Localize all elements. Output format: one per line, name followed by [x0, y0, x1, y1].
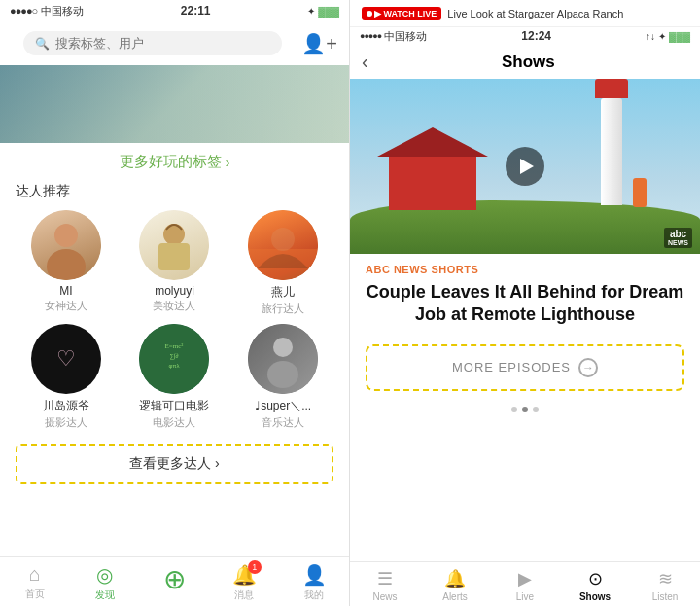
search-bar[interactable]: 🔍 — [23, 31, 282, 55]
svg-point-1 — [47, 249, 86, 280]
shows-title: Shows — [368, 53, 688, 72]
show-title: Couple Leaves It All Behind for Dream Jo… — [366, 281, 684, 327]
news-icon: ☰ — [377, 568, 393, 589]
svg-text:E=mc²: E=mc² — [165, 342, 184, 350]
nav-news[interactable]: ☰ News — [350, 562, 420, 606]
section-label: 达人推荐 — [0, 179, 349, 206]
avatar-kawashima: ♡ — [31, 324, 101, 394]
svg-point-3 — [163, 224, 185, 245]
scroll-dot-3 — [533, 407, 539, 412]
person-element — [633, 178, 647, 207]
live-text: Live Look at Stargazer Alpaca Ranch — [447, 8, 623, 19]
nav-home[interactable]: ⌂ 首页 — [0, 557, 70, 606]
svg-rect-4 — [158, 243, 190, 270]
avatar-name-kawashima: 川岛源爷 — [43, 398, 89, 414]
more-episodes-label: MORE EPISODES — [452, 360, 571, 374]
search-input[interactable] — [55, 36, 270, 51]
svg-text:∑∫∂: ∑∫∂ — [170, 353, 179, 360]
home-icon: ⌂ — [29, 563, 41, 586]
nav-alerts-label: Alerts — [442, 591, 468, 602]
nav-discover-label: 发现 — [95, 588, 115, 602]
svg-point-0 — [54, 224, 78, 247]
avatar-subtitle-kawashima: 摄影达人 — [45, 415, 88, 430]
view-more-button[interactable]: 查看更多达人 › — [16, 444, 333, 484]
watch-live-bar[interactable]: ▶ WATCH LIVE Live Look at Stargazer Alpa… — [350, 0, 700, 27]
message-badge: 1 — [248, 560, 262, 574]
show-content: ABC NEWS SHORTS Couple Leaves It All Beh… — [350, 254, 700, 335]
svg-point-12 — [273, 338, 293, 357]
arrow-icon: → — [582, 361, 594, 374]
nav-messages[interactable]: 🔔 1 消息 — [209, 557, 279, 606]
status-info-left: ●●●●○ 中国移动 — [10, 4, 84, 18]
lighthouse-top — [595, 79, 628, 98]
avatar-item-super[interactable]: ♩super＼... 音乐达人 — [232, 324, 333, 430]
alerts-icon: 🔔 — [444, 568, 466, 589]
svg-text:φπλ: φπλ — [169, 363, 180, 369]
svg-point-6 — [271, 228, 295, 251]
bluetooth-icon: ✦ — [307, 6, 315, 17]
watch-live-label: ▶ WATCH LIVE — [374, 9, 437, 18]
avatar-item-mi[interactable]: MI 女神达人 — [16, 210, 117, 316]
bottom-nav-right: ☰ News 🔔 Alerts ▶ Live ⊙ Shows ≋ Listen — [350, 561, 700, 606]
avatar-item-logic[interactable]: E=mc² ∑∫∂ φπλ 逻辑可口电影 电影达人 — [124, 324, 226, 430]
more-tags-row[interactable]: 更多好玩的标签 › — [0, 143, 349, 179]
play-triangle — [520, 159, 534, 174]
live-badge: ▶ WATCH LIVE — [362, 7, 441, 20]
avatar-item-yan[interactable]: 燕儿 旅行达人 — [232, 210, 333, 316]
play-button[interactable] — [506, 147, 544, 186]
live-icon: ▶ — [518, 568, 532, 589]
battery-icon: ▓▓▓ — [318, 6, 339, 17]
nav-live[interactable]: ▶ Live — [490, 562, 560, 606]
avatar-item-molyuyi[interactable]: molyuyi 美妆达人 — [124, 210, 226, 316]
more-tags-arrow: › — [226, 154, 230, 170]
live-dot — [367, 11, 372, 17]
avatar-logic: E=mc² ∑∫∂ φπλ — [139, 324, 209, 394]
add-user-button[interactable]: 👤+ — [301, 32, 337, 55]
shows-header: ‹ Shows — [350, 45, 700, 79]
back-button[interactable]: ‹ — [362, 51, 368, 73]
avatar-subtitle-molyuyi: 美妆达人 — [153, 299, 195, 313]
avatars-grid: MI 女神达人 molyuyi 美妆达人 燕儿 旅行达人 ♡ — [0, 206, 349, 434]
avatar-item-kawashima[interactable]: ♡ 川岛源爷 摄影达人 — [16, 324, 117, 430]
avatar-super — [248, 324, 318, 394]
signal-dots-right: ●●●●● — [360, 31, 381, 41]
scroll-dot-1 — [511, 407, 517, 412]
house-roof — [377, 127, 488, 157]
time-left: 22:11 — [181, 4, 211, 18]
nav-news-label: News — [372, 591, 397, 602]
bluetooth-right: ✦ — [658, 31, 666, 42]
avatar-name-yan: 燕儿 — [271, 284, 295, 301]
more-episodes-button[interactable]: MORE EPISODES → — [366, 344, 684, 391]
status-bar-right: ●●●●● 中国移动 12:24 ↑↓ ✦ ▓▓▓ — [350, 27, 700, 45]
nav-alerts[interactable]: 🔔 Alerts — [420, 562, 490, 606]
more-tags-label[interactable]: 更多好玩的标签 — [120, 153, 222, 171]
more-episodes-icon: → — [578, 358, 598, 377]
avatar-subtitle-super: 音乐达人 — [262, 415, 304, 430]
nav-profile[interactable]: 👤 我的 — [279, 557, 349, 606]
avatar-name-super: ♩super＼... — [255, 398, 311, 414]
svg-point-7 — [139, 324, 209, 394]
hero-banner — [0, 65, 349, 143]
nav-shows[interactable]: ⊙ Shows — [560, 562, 630, 606]
avatar-name-mi: MI — [59, 284, 72, 298]
nav-messages-label: 消息 — [234, 588, 254, 602]
avatar-molyuyi — [139, 210, 209, 280]
signal-dots: ●●●●○ — [10, 5, 37, 17]
nav-create[interactable]: ⊕ — [140, 557, 210, 606]
create-icon: ⊕ — [163, 563, 186, 595]
search-icon: 🔍 — [35, 37, 50, 51]
nav-discover[interactable]: ◎ 发现 — [70, 557, 140, 606]
nav-shows-label: Shows — [579, 591, 611, 602]
scroll-dot-2 — [522, 407, 528, 412]
view-more-label: 查看更多达人 › — [129, 455, 220, 471]
profile-icon: 👤 — [302, 563, 327, 587]
status-bar-left: ●●●●○ 中国移动 22:11 ✦ ▓▓▓ — [0, 0, 349, 21]
nav-listen[interactable]: ≋ Listen — [630, 562, 700, 606]
status-icons-left: ✦ ▓▓▓ — [307, 6, 339, 17]
show-image: abc NEWS — [350, 79, 700, 254]
avatar-subtitle-mi: 女神达人 — [45, 299, 88, 313]
signal-icon-right: ↑↓ — [646, 31, 655, 42]
avatar-mi — [31, 210, 101, 280]
nav-profile-label: 我的 — [304, 588, 324, 602]
house-element — [389, 157, 476, 210]
